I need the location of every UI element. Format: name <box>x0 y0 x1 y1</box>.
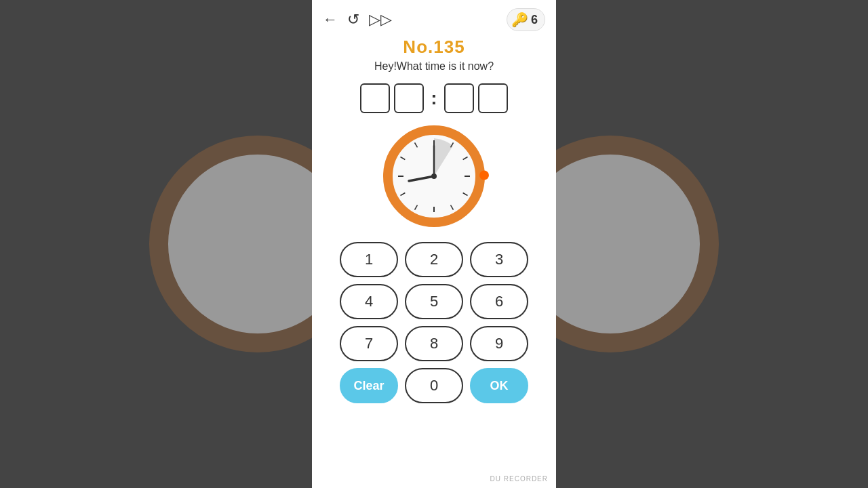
svg-point-14 <box>431 174 437 179</box>
key-icon: 🔑 <box>511 12 528 28</box>
question-text: Hey!What time is it now? <box>374 60 494 73</box>
bottom-row: Clear 0 OK <box>340 368 528 403</box>
num-btn-1[interactable]: 1 <box>340 242 398 277</box>
level-title: No.135 <box>403 37 465 58</box>
svg-line-8 <box>415 205 418 210</box>
top-nav: ← ↺ ▷▷ 🔑 6 <box>323 8 545 31</box>
answer-box-m1[interactable] <box>444 83 474 113</box>
key-count: 6 <box>531 13 538 27</box>
svg-line-7 <box>451 205 454 210</box>
svg-line-9 <box>401 193 406 196</box>
num-btn-5[interactable]: 5 <box>405 284 463 319</box>
bg-clock-left <box>149 136 312 352</box>
key-badge: 🔑 6 <box>507 8 545 31</box>
answer-row: : <box>360 83 507 113</box>
refresh-button[interactable]: ↺ <box>347 11 359 28</box>
colon: : <box>431 87 437 109</box>
clear-button[interactable]: Clear <box>340 368 398 403</box>
svg-line-13 <box>409 176 434 181</box>
num-btn-8[interactable]: 8 <box>405 326 463 361</box>
num-btn-7[interactable]: 7 <box>340 326 398 361</box>
answer-box-m2[interactable] <box>478 83 508 113</box>
answer-box-h2[interactable] <box>394 83 424 113</box>
watermark: DU RECORDER <box>490 475 548 483</box>
svg-line-11 <box>415 143 418 148</box>
back-button[interactable]: ← <box>323 11 338 28</box>
numpad: 1 2 3 4 5 6 7 8 9 <box>340 242 528 361</box>
bg-left-panel <box>0 0 312 488</box>
bg-clock-right <box>556 136 719 352</box>
clock-face <box>383 125 485 227</box>
orange-dot <box>479 171 489 180</box>
num-btn-2[interactable]: 2 <box>405 242 463 277</box>
bg-right-panel <box>556 0 868 488</box>
svg-line-6 <box>463 193 468 196</box>
clock-container <box>383 125 485 227</box>
num-btn-9[interactable]: 9 <box>470 326 528 361</box>
num-btn-6[interactable]: 6 <box>470 284 528 319</box>
svg-line-10 <box>401 157 406 160</box>
main-panel: ← ↺ ▷▷ 🔑 6 No.135 Hey!What time is it no… <box>312 0 556 488</box>
answer-box-h1[interactable] <box>360 83 390 113</box>
ok-button[interactable]: OK <box>470 368 528 403</box>
svg-line-5 <box>463 157 468 160</box>
num-btn-3[interactable]: 3 <box>470 242 528 277</box>
num-btn-4[interactable]: 4 <box>340 284 398 319</box>
num-btn-0[interactable]: 0 <box>405 368 463 403</box>
nav-icons: ← ↺ ▷▷ <box>323 11 392 28</box>
forward-button[interactable]: ▷▷ <box>369 11 392 28</box>
